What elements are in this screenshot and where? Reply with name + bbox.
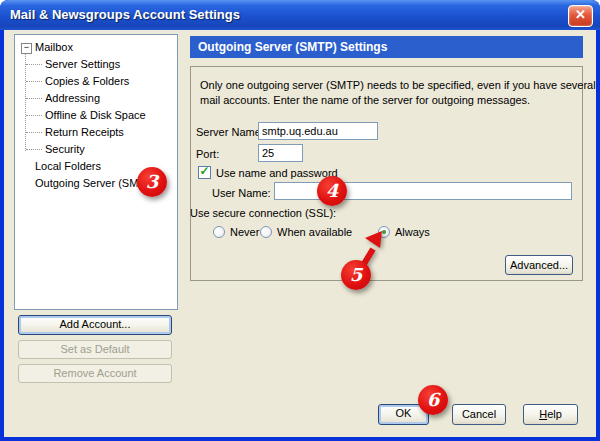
tree-item-label: Local Folders (35, 160, 101, 172)
annotation-badge-4: 4 (317, 176, 347, 206)
ssl-when-available-radio[interactable] (260, 226, 272, 238)
tree-item-offline-disk-space[interactable]: Offline & Disk Space (45, 107, 177, 124)
tree-item-return-receipts[interactable]: Return Receipts (45, 124, 177, 141)
annotation-badge-5: 5 (341, 260, 371, 290)
user-name-label: User Name: (212, 187, 271, 199)
use-name-password-label: Use name and password (216, 167, 338, 179)
set-as-default-button[interactable]: Set as Default (18, 340, 172, 359)
radio-selected-dot (382, 230, 386, 234)
checkmark-icon: ✓ (199, 166, 210, 177)
close-icon: ✕ (575, 7, 586, 22)
server-name-label: Server Name: (196, 126, 264, 138)
collapse-icon[interactable]: − (21, 43, 32, 54)
tree-item-label: Copies & Folders (45, 75, 129, 87)
ssl-never-label: Never (230, 226, 259, 238)
window-title: Mail & Newsgroups Account Settings (10, 7, 240, 22)
tree-item-label: Mailbox (35, 41, 73, 53)
tree-item-label: Addressing (45, 92, 100, 104)
tree-item-addressing[interactable]: Addressing (45, 90, 177, 107)
tree-item-label: Server Settings (45, 58, 120, 70)
server-name-input[interactable] (258, 122, 378, 140)
remove-account-button[interactable]: Remove Account (18, 364, 172, 383)
ssl-label: Use secure connection (SSL): (190, 207, 336, 219)
account-settings-dialog: Mail & Newsgroups Account Settings ✕ − M… (0, 0, 600, 441)
port-label: Port: (196, 148, 219, 160)
annotation-badge-3: 3 (137, 167, 167, 197)
cancel-button[interactable]: Cancel (452, 404, 506, 425)
tree-connector-line (25, 51, 26, 151)
advanced-button[interactable]: Advanced... (505, 255, 573, 275)
description-line-2: mail accounts. Enter the name of the ser… (200, 93, 596, 108)
description-line-1: Only one outgoing server (SMTP) needs to… (200, 78, 596, 93)
tree-item-mailbox[interactable]: − Mailbox (15, 39, 177, 56)
tree-item-label: Return Receipts (45, 126, 124, 138)
description-text: Only one outgoing server (SMTP) needs to… (200, 78, 596, 108)
tree-item-copies-folders[interactable]: Copies & Folders (45, 73, 177, 90)
ssl-never-radio[interactable] (213, 226, 225, 238)
help-button[interactable]: Help (523, 404, 578, 425)
tree-item-security[interactable]: Security (45, 141, 177, 158)
ssl-when-available-label: When available (277, 226, 352, 238)
title-bar[interactable]: Mail & Newsgroups Account Settings ✕ (0, 0, 600, 30)
dialog-body: − Mailbox Server Settings Copies & Folde… (4, 30, 596, 437)
use-name-password-checkbox[interactable]: ✓ (198, 166, 211, 179)
port-input[interactable] (258, 144, 303, 162)
ssl-always-radio[interactable] (378, 226, 390, 238)
add-account-button[interactable]: Add Account... (18, 315, 172, 335)
tree-item-server-settings[interactable]: Server Settings (45, 56, 177, 73)
panel-title: Outgoing Server (SMTP) Settings (190, 36, 583, 58)
ssl-always-label: Always (395, 226, 430, 238)
close-button[interactable]: ✕ (568, 5, 593, 27)
tree-item-label: Security (45, 143, 85, 155)
tree-item-label: Offline & Disk Space (45, 109, 146, 121)
annotation-badge-6: 6 (418, 385, 448, 415)
